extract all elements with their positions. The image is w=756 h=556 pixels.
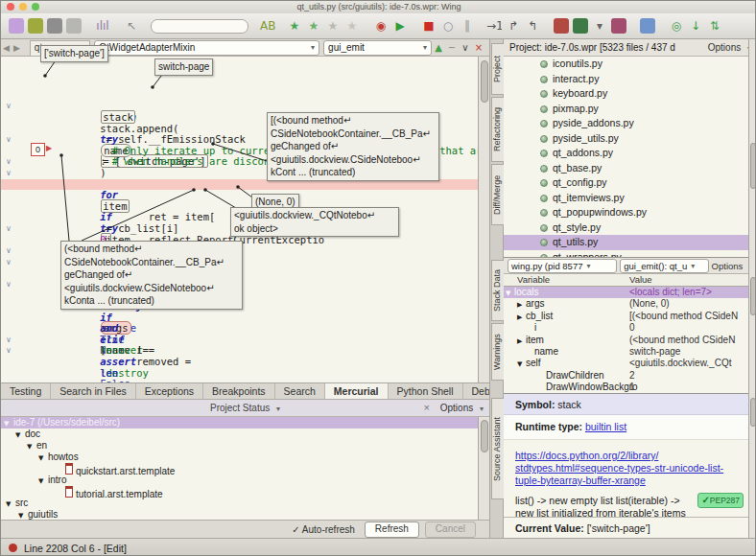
close-editor-icon[interactable]: × <box>473 40 484 56</box>
tree-row[interactable]: ▼ide-7 (/Users/sdeibel/src) <box>1 417 478 429</box>
tool-tab[interactable]: Breakpoints <box>203 383 274 399</box>
fold-chevron-icon[interactable]: ∨ <box>6 101 12 112</box>
assistant-scrollbar[interactable] <box>748 394 756 538</box>
expand-triangle-icon[interactable]: ▼ <box>506 288 514 298</box>
project-scrollbar[interactable] <box>748 39 756 258</box>
project-file[interactable]: qt_itemviews.py <box>504 191 748 206</box>
project-file[interactable]: keyboard.py <box>504 86 748 102</box>
run-icon[interactable]: ▶ <box>392 18 408 34</box>
variable-row[interactable]: DrawWindowBackgro 1 <box>504 382 756 393</box>
variable-row[interactable]: ▶cb_list [(<bound method CSideN <box>504 311 756 322</box>
maximize-editor-icon[interactable]: ▲ <box>433 40 444 56</box>
function-selector-dropdown[interactable]: gui_emit ▾ <box>323 40 432 56</box>
variable-column-header[interactable]: Variable <box>517 274 550 285</box>
runtime-type-link[interactable]: builtin list <box>585 421 626 432</box>
tree-row[interactable]: ▼src <box>1 498 478 509</box>
docs-url-line[interactable]: stdtypes.html#sequence-types-str-unicode… <box>515 462 756 475</box>
step-into-icon[interactable]: →1 <box>486 18 502 34</box>
assistant-scrollbar-thumb[interactable] <box>750 398 756 427</box>
fold-chevron-icon[interactable]: ∨ <box>6 245 12 257</box>
side-tab[interactable]: Refactoring <box>491 97 505 162</box>
tool-tab[interactable]: Mercurial <box>325 383 389 399</box>
breakpoint-icon[interactable]: ◉ <box>373 18 389 34</box>
stack-frame-dropdown[interactable]: gui_emit(): qt_u ▾ <box>620 259 708 273</box>
project-file[interactable]: iconutils.py <box>504 57 748 72</box>
tree-row[interactable]: ▼guiutils <box>1 509 478 520</box>
modules-icon[interactable] <box>611 18 626 34</box>
side-tab[interactable]: Diff/Merge <box>491 164 505 225</box>
docs-url-link[interactable]: https://docs.python.org/2/library/ stdty… <box>504 440 756 487</box>
project-file[interactable]: pixmap.py <box>504 102 748 117</box>
expand-triangle-icon[interactable]: ▶ <box>517 336 526 346</box>
project-file[interactable]: qt_style.py <box>504 220 748 236</box>
tool-tab[interactable]: Search <box>275 383 325 399</box>
step-over-icon[interactable]: ↱ <box>506 18 521 34</box>
cancel-button[interactable]: Cancel <box>425 521 476 538</box>
new-file-icon[interactable] <box>9 18 24 34</box>
profiler-icon[interactable]: ılıl <box>95 18 110 34</box>
goto-pointer-icon[interactable]: ↖ <box>124 18 139 34</box>
split-editor-icon[interactable]: − <box>446 40 458 56</box>
variable-row[interactable]: DrawChildren 2 <box>504 370 756 382</box>
restart-icon[interactable]: ○ <box>440 18 456 34</box>
fold-chevron-icon[interactable]: ∨ <box>6 279 12 290</box>
expand-triangle-icon[interactable]: ▶ <box>517 312 526 322</box>
tree-row[interactable]: tutorial.arst.template <box>1 486 478 498</box>
nav-back-icon[interactable]: ◀ <box>3 43 10 53</box>
pause-icon[interactable]: ‖ <box>460 18 475 34</box>
refresh-button[interactable]: Refresh <box>365 521 419 538</box>
nav-forward-icon[interactable]: ▶ <box>13 43 20 53</box>
editor-scrollbar-thumb[interactable] <box>481 60 488 103</box>
project-file[interactable]: qt_utils.py <box>504 235 748 250</box>
save-all-icon[interactable] <box>66 18 82 34</box>
project-scrollbar-thumb[interactable] <box>750 143 756 189</box>
class-selector-dropdown[interactable]: QtWidgetAdapterMixin ▾ <box>94 40 319 56</box>
fold-chevron-icon[interactable]: ∨ <box>6 168 12 179</box>
tool-tab[interactable]: Search in Files <box>51 383 135 399</box>
bookmark-add-icon[interactable]: ★ <box>306 18 321 34</box>
variable-row[interactable]: i 0 <box>504 322 756 334</box>
step-out-icon[interactable]: ↰ <box>525 18 540 34</box>
side-tab[interactable]: Stack Data <box>491 260 505 321</box>
fold-chevron-icon[interactable]: ∨ <box>6 345 12 357</box>
close-panel-icon[interactable]: × <box>424 402 430 413</box>
sync-icon[interactable]: ⇅ <box>707 18 722 34</box>
project-file[interactable]: qt_wrappers.py <box>504 250 748 258</box>
project-file[interactable]: interact.py <box>504 72 748 87</box>
toggle-marks-icon[interactable]: AB <box>260 18 275 34</box>
tree-expander-icon[interactable]: ▼ <box>4 418 13 429</box>
mercurial-scrollbar[interactable] <box>478 417 489 520</box>
fold-chevron-icon[interactable]: ∨ <box>6 156 12 168</box>
project-options-dropdown[interactable]: Options ▾ <box>708 42 751 53</box>
project-file[interactable]: qt_config.py <box>504 175 748 191</box>
variable-row[interactable]: name switch-page <box>504 346 756 358</box>
side-tab[interactable]: Source Assistant <box>491 398 505 499</box>
stack-scrollbar-thumb[interactable] <box>750 277 756 315</box>
project-file[interactable]: pyside_addons.py <box>504 116 748 131</box>
project-status-dropdown[interactable]: Project Status ▾ <box>1 403 489 413</box>
expand-triangle-icon[interactable]: ▼ <box>517 359 526 369</box>
project-file[interactable]: qt_addons.py <box>504 146 748 161</box>
tree-row[interactable]: quickstart.arst.template <box>1 463 478 475</box>
bookmark-next-icon[interactable]: ★ <box>344 18 360 34</box>
tree-expander-icon[interactable]: ▼ <box>38 475 48 487</box>
debug-process-dropdown[interactable]: wing.py (pid 8577 ▾ <box>508 259 617 273</box>
tree-row[interactable]: ▼en <box>1 440 478 452</box>
probe-menu-icon[interactable]: ▾ <box>592 18 607 34</box>
debug-bug-icon[interactable] <box>9 544 17 552</box>
tree-expander-icon[interactable]: ▼ <box>15 429 25 441</box>
open-file-icon[interactable] <box>28 18 43 34</box>
docs-url-line[interactable]: tuple-bytearray-buffer-xrange <box>515 475 756 487</box>
docs-url-line[interactable]: https://docs.python.org/2/library/ <box>515 450 756 462</box>
variable-row[interactable]: ▼locals <locals dict; len=7> <box>504 287 756 298</box>
tree-expander-icon[interactable]: ▼ <box>18 510 28 520</box>
side-tab[interactable]: Project <box>491 43 505 95</box>
tree-row[interactable]: ▼intro <box>1 475 478 486</box>
tree-row[interactable]: ▼doc <box>1 429 478 440</box>
project-file[interactable]: pyside_utils.py <box>504 131 748 147</box>
stop-icon[interactable]: ■ <box>421 18 437 34</box>
variable-row[interactable]: ▶args (None, 0) <box>504 298 756 310</box>
variable-row[interactable]: ▶item (<bound method CSideN <box>504 335 756 346</box>
tree-expander-icon[interactable]: ▼ <box>27 441 36 452</box>
debug-io-icon[interactable] <box>554 18 569 34</box>
